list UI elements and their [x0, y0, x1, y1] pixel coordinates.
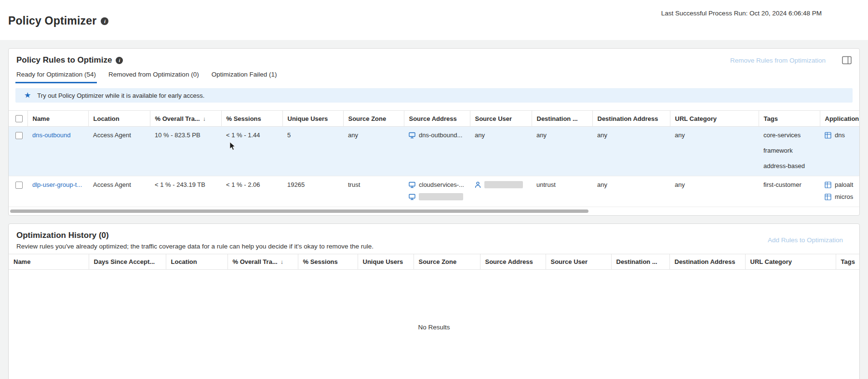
user-icon: [475, 182, 481, 188]
rule-name-link[interactable]: dlp-user-group-t...: [32, 181, 82, 188]
row-checkbox[interactable]: [15, 182, 23, 189]
column-header-name[interactable]: Name: [27, 111, 88, 127]
cell-destination-zone: any: [532, 127, 592, 176]
tab-bar: Ready for Optimization (54) Removed from…: [9, 71, 859, 83]
cell-application: paloalt micros: [820, 176, 859, 207]
column-header-label: Source User: [475, 115, 512, 122]
column-header-label: Source Zone: [348, 115, 387, 122]
column-header-application[interactable]: Application: [820, 111, 859, 127]
optimization-history-panel: Optimization History (0) Review rules yo…: [8, 223, 860, 379]
row-checkbox[interactable]: [15, 132, 23, 139]
column-header-sessions[interactable]: % Sessions: [221, 111, 282, 127]
address-object-icon: [409, 182, 415, 188]
cell-location: Access Agent: [88, 176, 150, 207]
tab-optimization-failed[interactable]: Optimization Failed (1): [211, 71, 278, 83]
empty-results-text: No Results: [9, 270, 859, 379]
column-header-destination-zone[interactable]: Destination ...: [532, 111, 592, 127]
rules-header-row: Name Location % Overall Tra...↓ % Sessio…: [9, 111, 859, 127]
cell-application: dns: [820, 127, 859, 176]
cell-source-user: [470, 176, 532, 207]
column-header-name[interactable]: Name: [9, 254, 89, 270]
cell-unique-users: 5: [282, 127, 343, 176]
cell-unique-users: 19265: [282, 176, 343, 207]
column-header-label: % Sessions: [303, 258, 338, 265]
sort-descending-icon[interactable]: ↓: [203, 116, 206, 122]
history-table-container: Name Days Since Accept... Location % Ove…: [9, 254, 859, 379]
info-icon[interactable]: i: [101, 17, 108, 25]
column-header-location[interactable]: Location: [88, 111, 150, 127]
column-header-source-zone[interactable]: Source Zone: [343, 111, 404, 127]
column-header-label: URL Category: [750, 258, 792, 265]
history-table: Name Days Since Accept... Location % Ove…: [9, 254, 859, 270]
column-header-label: % Overall Tra...: [233, 258, 278, 265]
history-panel-title: Optimization History (0): [16, 231, 109, 240]
info-icon[interactable]: i: [116, 57, 123, 64]
rules-table-container: Name Location % Overall Tra...↓ % Sessio…: [9, 110, 859, 207]
column-header-label: Destination Address: [598, 115, 658, 122]
column-header-label: Tags: [764, 115, 778, 122]
column-header-label: % Overall Tra...: [155, 115, 200, 122]
column-header-source-address[interactable]: Source Address: [404, 111, 470, 127]
column-header-source-user[interactable]: Source User: [470, 111, 532, 127]
cell-overall-traffic: 10 % - 823.5 PB: [150, 127, 221, 176]
column-header-url-category[interactable]: URL Category: [745, 254, 836, 270]
column-header-destination-address[interactable]: Destination Address: [592, 111, 670, 127]
application-text: dns: [835, 131, 845, 139]
table-row[interactable]: dlp-user-group-t... Access Agent < 1 % -…: [9, 176, 859, 207]
column-header-overall-traffic[interactable]: % Overall Tra...↓: [150, 111, 221, 127]
column-header-label: Source Address: [409, 115, 457, 122]
column-header-tags[interactable]: Tags: [759, 111, 820, 127]
application-object-icon: [825, 194, 831, 200]
column-header-source-user[interactable]: Source User: [546, 254, 611, 270]
add-rules-button[interactable]: Add Rules to Optimization: [768, 236, 843, 244]
column-header-sessions[interactable]: % Sessions: [298, 254, 358, 270]
sort-descending-icon[interactable]: ↓: [280, 259, 283, 265]
select-all-checkbox[interactable]: [15, 115, 23, 122]
column-header-days-since-accepted[interactable]: Days Since Accept...: [89, 254, 166, 270]
column-header-unique-users[interactable]: Unique Users: [358, 254, 414, 270]
cell-source-address: dns-outbound...: [404, 127, 470, 176]
column-header-overall-traffic[interactable]: % Overall Tra...↓: [227, 254, 298, 270]
column-header-unique-users[interactable]: Unique Users: [282, 111, 343, 127]
top-header: Policy Optimizer i Last Successful Proce…: [0, 0, 868, 40]
horizontal-scrollbar[interactable]: [10, 209, 588, 213]
column-header-label: Source Zone: [419, 258, 457, 265]
tab-ready-for-optimization[interactable]: Ready for Optimization (54): [15, 71, 97, 83]
history-header-row: Name Days Since Accept... Location % Ove…: [9, 254, 859, 270]
column-header-label: Unique Users: [363, 258, 403, 265]
source-address-text: cloudservices-...: [419, 181, 464, 188]
cell-url-category: any: [670, 127, 759, 176]
column-header-source-zone[interactable]: Source Zone: [414, 254, 480, 270]
column-header-source-address[interactable]: Source Address: [480, 254, 546, 270]
remove-rules-button[interactable]: Remove Rules from Optimization: [730, 57, 826, 64]
application-text: micros: [835, 193, 853, 200]
tab-removed-from-optimization[interactable]: Removed from Optimization (0): [107, 71, 200, 83]
column-header-label: Location: [93, 115, 120, 122]
column-header-location[interactable]: Location: [166, 254, 227, 270]
cell-destination-address: any: [592, 176, 670, 207]
cell-source-zone: trust: [343, 176, 404, 207]
column-header-destination-address[interactable]: Destination Address: [669, 254, 745, 270]
column-header-label: URL Category: [675, 115, 717, 122]
cell-destination-zone: untrust: [532, 176, 592, 207]
column-header-tags[interactable]: Tags: [836, 254, 859, 270]
cell-source-user: any: [470, 127, 532, 176]
column-header-label: Name: [33, 115, 50, 122]
column-settings-button[interactable]: [842, 56, 852, 65]
table-row[interactable]: dns-outbound Access Agent 10 % - 823.5 P…: [9, 127, 859, 176]
cell-sessions: < 1 % - 2.06: [221, 176, 282, 207]
address-object-icon: [409, 132, 415, 139]
application-object-icon: [825, 182, 831, 188]
cell-sessions: < 1 % - 1.44: [221, 127, 282, 176]
cell-source-zone: any: [343, 127, 404, 176]
column-header-url-category[interactable]: URL Category: [670, 111, 759, 127]
page-title: Policy Optimizer: [8, 14, 96, 27]
column-header-destination-zone[interactable]: Destination ...: [611, 254, 669, 270]
policy-rules-panel: Policy Rules to Optimize i Remove Rules …: [8, 48, 860, 216]
banner-text: Try out Policy Optimizer while it is ava…: [37, 92, 204, 99]
application-text: paloalt: [835, 181, 853, 188]
redacted-source-address: [419, 193, 463, 200]
column-header-label: Destination ...: [616, 258, 657, 265]
cell-tags: core-services framework address-based: [759, 127, 820, 176]
rule-name-link[interactable]: dns-outbound: [32, 131, 71, 139]
